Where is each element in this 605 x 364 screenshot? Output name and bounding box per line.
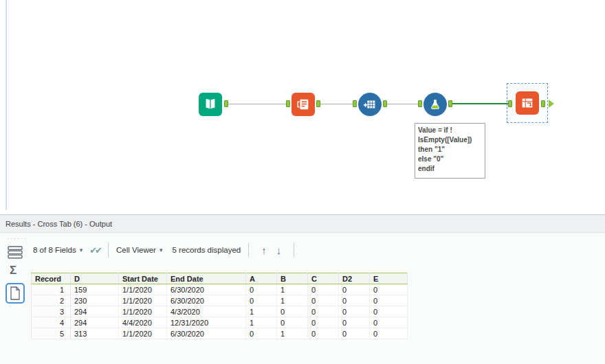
cell[interactable]: 0 — [339, 284, 370, 295]
cell[interactable]: 0 — [339, 295, 370, 306]
record-number-cell: 2 — [32, 295, 71, 306]
cell[interactable]: 0 — [339, 328, 370, 339]
cell[interactable]: 4/3/2020 — [167, 306, 246, 317]
cell[interactable]: 1/1/2020 — [119, 284, 167, 295]
fields-label: 8 of 8 Fields — [33, 246, 76, 254]
table-view-icon[interactable] — [8, 246, 23, 259]
toolbar-divider — [248, 243, 249, 257]
input-anchor-4[interactable] — [418, 100, 422, 107]
table-row[interactable]: 3 294 1/1/2020 4/3/2020 1 0 0 0 0 — [32, 306, 408, 317]
cell[interactable]: 0 — [246, 284, 277, 295]
column-header[interactable]: D — [71, 273, 119, 284]
cell[interactable]: 0 — [277, 317, 308, 328]
cell[interactable]: 6/30/2020 — [167, 284, 246, 295]
cell[interactable]: 0 — [370, 306, 408, 317]
output-anchor-2[interactable] — [316, 100, 320, 107]
results-grid[interactable]: Record D Start Date End Date A B C D2 E … — [31, 273, 408, 339]
cell[interactable]: 6/30/2020 — [167, 328, 246, 339]
cell[interactable]: 230 — [71, 295, 119, 306]
canvas-edge-line — [6, 0, 7, 210]
cell[interactable]: 0 — [370, 284, 408, 295]
cell[interactable]: 0 — [370, 328, 408, 339]
output-anchor-3[interactable] — [383, 100, 387, 107]
table-row[interactable]: 4 294 4/4/2020 12/31/2020 1 0 0 0 0 — [32, 317, 408, 328]
cell[interactable]: 159 — [71, 284, 119, 295]
column-header[interactable]: D2 — [339, 273, 370, 284]
cell[interactable]: 6/30/2020 — [167, 295, 246, 306]
column-header[interactable]: B — [277, 273, 308, 284]
document-view-icon — [10, 286, 21, 300]
cell[interactable]: 0 — [308, 317, 339, 328]
transform-tool[interactable] — [292, 93, 315, 116]
cell[interactable]: 1/1/2020 — [119, 295, 167, 306]
input-data-tool[interactable] — [199, 93, 222, 116]
connection-2[interactable] — [320, 104, 353, 104]
cell[interactable]: 1/1/2020 — [119, 328, 167, 339]
fields-dropdown[interactable]: 8 of 8 Fields ▾ — [33, 246, 82, 254]
output-anchor-1[interactable] — [224, 100, 228, 107]
cross-tab-tool[interactable] — [516, 91, 539, 115]
output-anchor-5[interactable] — [541, 100, 545, 107]
column-header[interactable]: Start Date — [119, 273, 167, 284]
chevron-down-icon: ▾ — [80, 247, 83, 253]
cell[interactable]: 1 — [246, 317, 277, 328]
flask-icon — [428, 97, 443, 112]
column-header[interactable]: E — [370, 273, 408, 284]
form-list-icon — [296, 97, 311, 112]
prepare-tool[interactable] — [358, 93, 382, 116]
cell[interactable]: 0 — [308, 295, 339, 306]
output-anchor-4[interactable] — [448, 100, 452, 107]
metadata-view-icon[interactable] — [10, 264, 16, 277]
connection-4-selected[interactable] — [452, 103, 508, 104]
cell[interactable]: 1 — [246, 306, 277, 317]
cell[interactable]: 0 — [246, 328, 277, 339]
connection-1[interactable] — [228, 104, 286, 104]
cell[interactable]: 0 — [370, 317, 408, 328]
cell-viewer-dropdown[interactable]: Cell Viewer ▾ — [116, 246, 162, 254]
cell[interactable]: 4/4/2020 — [119, 317, 167, 328]
input-anchor-2[interactable] — [286, 100, 290, 107]
annotation-line: endif — [418, 164, 482, 174]
table-row[interactable]: 2 230 1/1/2020 6/30/2020 0 1 0 0 0 — [32, 295, 408, 306]
table-row[interactable]: 1 159 1/1/2020 6/30/2020 0 1 0 0 0 — [32, 284, 408, 295]
cell[interactable]: 12/31/2020 — [167, 317, 246, 328]
apply-check-icon[interactable]: ✔✔ — [89, 245, 100, 255]
cell[interactable]: 1 — [277, 328, 308, 339]
cell[interactable]: 0 — [277, 306, 308, 317]
annotation-line: else "0" — [418, 155, 482, 164]
cell[interactable]: 1 — [277, 284, 308, 295]
cell[interactable]: 0 — [308, 306, 339, 317]
arrow-up-icon[interactable]: ↑ — [261, 244, 267, 256]
cell[interactable]: 0 — [339, 317, 370, 328]
column-header[interactable]: C — [308, 273, 339, 284]
workflow-canvas[interactable]: Value = if ! IsEmpty([Value]) then "1" e… — [0, 0, 605, 214]
table-sparkle-icon — [362, 97, 377, 112]
input-anchor-5[interactable] — [508, 100, 512, 107]
cell[interactable]: 313 — [71, 328, 119, 339]
cell[interactable]: 1/1/2020 — [119, 306, 167, 317]
annotation-line: Value = if ! — [418, 126, 482, 135]
column-header[interactable]: Record — [32, 273, 71, 284]
cell[interactable]: 294 — [71, 317, 119, 328]
cell[interactable]: 1 — [277, 295, 308, 306]
cell[interactable]: 0 — [308, 284, 339, 295]
cell[interactable]: 0 — [370, 295, 408, 306]
formula-tool[interactable] — [424, 93, 447, 116]
input-anchor-3[interactable] — [353, 100, 357, 107]
annotation-line: then "1" — [418, 145, 482, 155]
selected-view-button[interactable] — [6, 283, 25, 304]
cell[interactable]: 0 — [308, 328, 339, 339]
cell[interactable]: 0 — [246, 295, 277, 306]
formula-annotation[interactable]: Value = if ! IsEmpty([Value]) then "1" e… — [415, 123, 485, 179]
workflow-output-wedge — [549, 100, 554, 108]
table-row[interactable]: 5 313 1/1/2020 6/30/2020 0 1 0 0 0 — [32, 328, 408, 339]
results-toolbar: 8 of 8 Fields ▾ ✔✔ Cell Viewer ▾ 5 recor… — [33, 241, 302, 259]
cell[interactable]: 0 — [339, 306, 370, 317]
arrow-down-icon[interactable]: ↓ — [276, 244, 282, 256]
cell[interactable]: 294 — [71, 306, 119, 317]
connection-3[interactable] — [387, 104, 418, 104]
strip-drag-handle[interactable]: ······ — [7, 235, 25, 242]
column-header[interactable]: A — [246, 273, 277, 284]
annotation-line: IsEmpty([Value]) — [418, 135, 482, 145]
column-header[interactable]: End Date — [167, 273, 246, 284]
